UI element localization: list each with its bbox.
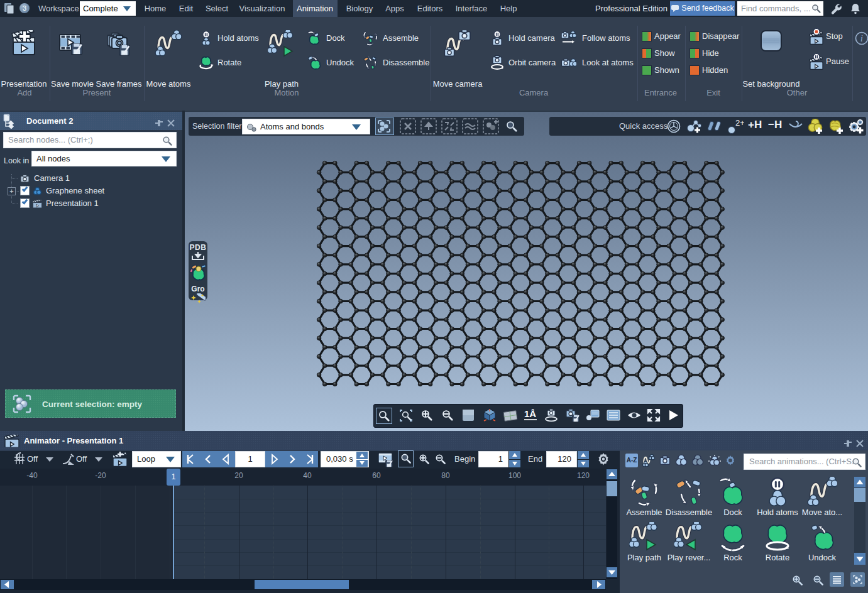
svg-text:1Å: 1Å bbox=[524, 408, 536, 419]
svg-text:2+: 2+ bbox=[735, 119, 744, 128]
svg-text:i: i bbox=[860, 34, 863, 43]
